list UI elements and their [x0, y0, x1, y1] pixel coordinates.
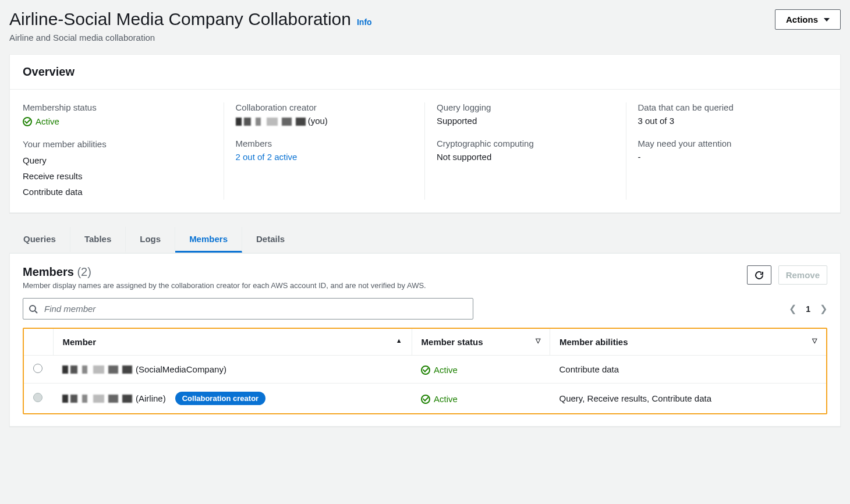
crypto-value: Not supported: [437, 152, 614, 162]
members-table-wrap: Member ▲ Member status ▽ Member abilitie…: [23, 328, 827, 414]
members-count-link[interactable]: 2 out of 2 active: [236, 152, 413, 162]
member-abilities: Query, Receive results, Contribute data: [550, 384, 826, 414]
remove-button[interactable]: Remove: [778, 265, 827, 285]
crypto-label: Cryptographic computing: [437, 139, 614, 148]
overview-header: Overview: [10, 55, 840, 90]
data-queried-value: 3 out of 3: [638, 116, 816, 126]
member-cell: (SocialMediaCompany): [62, 364, 402, 374]
table-row: (Airline) Collaboration creator Active Q…: [24, 384, 826, 414]
column-status[interactable]: Member status ▽: [412, 329, 550, 356]
attention-value: -: [638, 152, 816, 162]
check-circle-icon: [421, 395, 430, 404]
pager: ❮ 1 ❯: [789, 303, 827, 314]
members-panel: Members (2) Member display names are ass…: [9, 253, 841, 427]
overview-panel: Overview Membership status Active Your m…: [9, 54, 841, 213]
data-queried-label: Data that can be queried: [638, 102, 816, 112]
pager-current: 1: [806, 304, 810, 314]
column-select: [24, 329, 53, 356]
overview-title: Overview: [23, 65, 827, 79]
redacted-id: [62, 365, 132, 374]
creator-label: Collaboration creator: [236, 102, 413, 112]
tab-details[interactable]: Details: [242, 227, 299, 253]
tab-tables[interactable]: Tables: [70, 227, 126, 253]
tab-members[interactable]: Members: [175, 227, 242, 253]
page-header: Airline-Social Media Company Collaborati…: [9, 9, 841, 42]
member-cell: (Airline) Collaboration creator: [62, 392, 402, 405]
caret-down-icon: [824, 18, 830, 22]
check-circle-icon: [421, 365, 430, 375]
svg-point-0: [30, 306, 36, 311]
member-status: Active: [421, 394, 458, 404]
abilities-label: Your member abilities: [23, 139, 212, 149]
members-count-label: Members: [236, 139, 413, 148]
redacted-id: [62, 395, 132, 403]
creator-badge: Collaboration creator: [175, 392, 265, 405]
column-abilities[interactable]: Member abilities ▽: [550, 329, 826, 356]
tab-queries[interactable]: Queries: [9, 227, 70, 253]
member-status: Active: [421, 365, 458, 375]
membership-status-value: Active: [23, 116, 59, 126]
creator-value: (you): [236, 116, 413, 126]
logging-value: Supported: [437, 116, 614, 126]
tab-logs[interactable]: Logs: [126, 227, 175, 253]
members-count: (2): [77, 265, 91, 278]
page-title: Airline-Social Media Company Collaborati…: [9, 9, 351, 29]
pager-prev[interactable]: ❮: [789, 303, 796, 314]
sort-asc-icon: ▲: [396, 337, 402, 344]
abilities-values: Query Receive results Contribute data: [23, 152, 212, 200]
refresh-button[interactable]: [747, 265, 771, 285]
row-radio: [33, 393, 42, 402]
member-name: (Airline): [136, 393, 166, 403]
membership-status-label: Membership status: [23, 102, 212, 112]
actions-button[interactable]: Actions: [775, 9, 841, 30]
table-row: (SocialMediaCompany) Active Contribute d…: [24, 356, 826, 384]
members-table: Member ▲ Member status ▽ Member abilitie…: [24, 329, 826, 413]
actions-label: Actions: [786, 15, 818, 24]
page-subtitle: Airline and Social media collaboration: [9, 33, 372, 42]
attention-label: May need your attention: [638, 139, 816, 148]
members-title: Members (2): [23, 265, 91, 278]
row-radio[interactable]: [33, 364, 42, 373]
check-circle-icon: [23, 117, 32, 126]
redacted-id: [236, 118, 306, 126]
sort-icon: ▽: [812, 337, 817, 345]
tabs: Queries Tables Logs Members Details: [9, 227, 841, 253]
member-abilities: Contribute data: [550, 356, 826, 384]
pager-next[interactable]: ❯: [820, 303, 827, 314]
search-icon: [29, 304, 38, 314]
sort-icon: ▽: [536, 337, 540, 345]
members-description: Member display names are assigned by the…: [23, 281, 426, 290]
member-name: (SocialMediaCompany): [136, 364, 226, 374]
info-link[interactable]: Info: [357, 17, 372, 27]
search-input[interactable]: [23, 298, 473, 320]
logging-label: Query logging: [437, 102, 614, 112]
refresh-icon: [755, 271, 764, 280]
column-member[interactable]: Member ▲: [53, 329, 412, 356]
